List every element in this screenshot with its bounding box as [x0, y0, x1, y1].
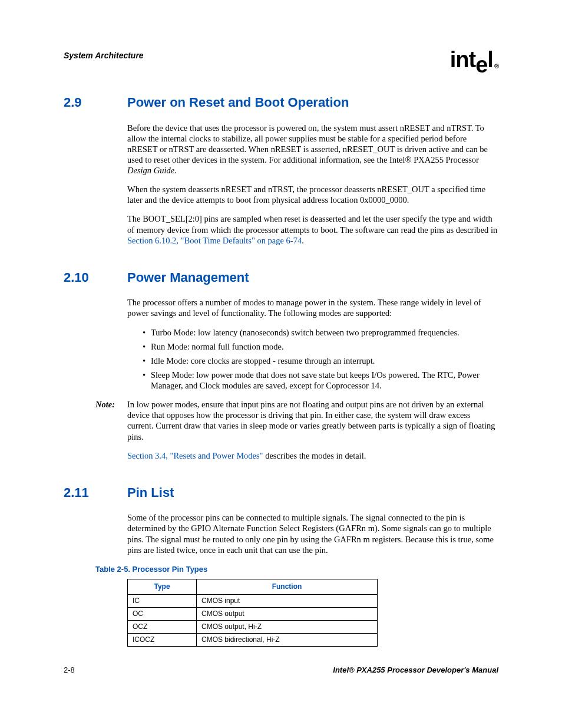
paragraph: Some of the processor pins can be connec…	[127, 512, 498, 555]
table-row: OCCMOS output	[128, 608, 378, 621]
heading-number: 2.10	[64, 269, 127, 286]
table-header: Type	[128, 579, 197, 595]
page-number: 2-8	[64, 666, 75, 675]
list-item: Run Mode: normal full function mode.	[143, 341, 498, 352]
paragraph: When the system deasserts nRESET and nTR…	[127, 184, 498, 205]
table-caption: Table 2-5. Processor Pin Types	[95, 565, 498, 574]
heading-number: 2.9	[64, 94, 127, 111]
cross-reference-link[interactable]: Section 3.4, "Resets and Power Modes"	[127, 451, 263, 460]
list-item: Sleep Mode: low power mode that does not…	[143, 370, 498, 391]
pin-types-table: Type Function ICCMOS input OCCMOS output…	[127, 579, 378, 647]
table-row: ICCMOS input	[128, 595, 378, 608]
table-header: Function	[197, 579, 378, 595]
section-body-2-10-cont: Section 3.4, "Resets and Power Modes" de…	[127, 450, 498, 461]
cross-reference-link[interactable]: Section 6.10.2, "Boot Time Defaults" on …	[127, 236, 302, 245]
intel-logo: intel®	[450, 48, 498, 71]
heading-2-9: 2.9 Power on Reset and Boot Operation	[64, 94, 498, 111]
paragraph: The BOOT_SEL[2:0] pins are sampled when …	[127, 213, 498, 245]
heading-title: Power Management	[127, 269, 249, 286]
table-row: ICOCZCMOS bidirectional, Hi-Z	[128, 634, 378, 647]
heading-number: 2.11	[64, 485, 127, 501]
page-footer: 2-8 Intel® PXA255 Processor Developer's …	[64, 666, 498, 675]
page-header: System Architecture intel®	[64, 48, 498, 71]
table-row: OCZCMOS output, Hi-Z	[128, 621, 378, 634]
heading-title: Power on Reset and Boot Operation	[127, 94, 349, 111]
paragraph: Before the device that uses the processo…	[127, 123, 498, 176]
note-body: In low power modes, ensure that input pi…	[127, 399, 498, 442]
heading-title: Pin List	[127, 485, 174, 501]
manual-title: Intel® PXA255 Processor Developer's Manu…	[333, 666, 498, 675]
paragraph: The processor offers a number of modes t…	[127, 297, 498, 318]
mode-list: Turbo Mode: low latency (nanoseconds) sw…	[127, 327, 498, 391]
heading-2-10: 2.10 Power Management	[64, 269, 498, 286]
list-item: Turbo Mode: low latency (nanoseconds) sw…	[143, 327, 498, 338]
note-label: Note:	[95, 399, 127, 442]
section-body-2-11: Some of the processor pins can be connec…	[127, 512, 498, 555]
table-header-row: Type Function	[128, 579, 378, 595]
document-page: System Architecture intel® 2.9 Power on …	[0, 0, 562, 728]
note-block: Note: In low power modes, ensure that in…	[64, 399, 498, 442]
heading-2-11: 2.11 Pin List	[64, 485, 498, 501]
section-header: System Architecture	[64, 51, 144, 61]
paragraph: Section 3.4, "Resets and Power Modes" de…	[127, 450, 498, 461]
list-item: Idle Mode: core clocks are stopped - res…	[143, 355, 498, 366]
section-body-2-10: The processor offers a number of modes t…	[127, 297, 498, 391]
section-body-2-9: Before the device that uses the processo…	[127, 123, 498, 246]
